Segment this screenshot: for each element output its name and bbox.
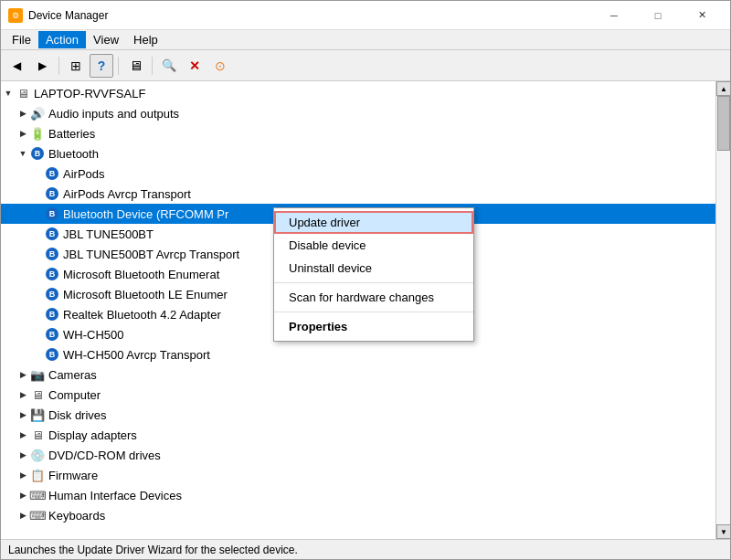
realtek-label: Realtek Bluetooth 4.2 Adapter: [63, 308, 221, 322]
scroll-up-button[interactable]: ▲: [716, 81, 730, 96]
back-button[interactable]: ◀: [5, 54, 28, 78]
toolbar-sep-3: [152, 57, 153, 75]
airpods-avrcp-icon: B: [45, 186, 59, 201]
audio-label: Audio inputs and outputs: [48, 107, 179, 121]
batteries-expand[interactable]: ▶: [16, 126, 30, 141]
tree-node-airpods-avrcp[interactable]: ▶ B AirPods Avrcp Transport: [1, 184, 715, 204]
tree-node-bluetooth[interactable]: ▼ B Bluetooth: [1, 143, 715, 164]
ctx-disable-device[interactable]: Disable device: [274, 234, 473, 257]
rfcomm-label: Bluetooth Device (RFCOMM Pr: [63, 207, 228, 221]
airpods-avrcp-label: AirPods Avrcp Transport: [63, 187, 191, 201]
bluetooth-label: Bluetooth: [48, 147, 99, 161]
tree-node-firmware[interactable]: ▶ 📋 Firmware: [1, 465, 715, 485]
close-button[interactable]: ✕: [681, 1, 723, 30]
tree-node-display[interactable]: ▶ 🖥 Display adapters: [1, 425, 715, 445]
title-bar-text: Device Manager: [28, 9, 593, 22]
dvd-label: DVD/CD-ROM drives: [48, 449, 161, 462]
batteries-label: Batteries: [48, 127, 95, 141]
forward-button[interactable]: ▶: [30, 54, 54, 78]
tree-node-airpods[interactable]: ▶ B AirPods: [1, 164, 715, 184]
context-menu: Update driver Disable device Uninstall d…: [273, 207, 474, 342]
scrollbar-thumb[interactable]: [717, 96, 730, 151]
audio-icon: 🔊: [30, 106, 45, 121]
hid-label: Human Interface Devices: [48, 489, 182, 502]
computer-label: Computer: [48, 388, 101, 402]
firmware-expand[interactable]: ▶: [16, 468, 30, 482]
help-button[interactable]: ?: [90, 54, 113, 78]
main-content: ▼ 🖥 LAPTOP-RVVFSALF ▶ 🔊 Audio inputs and…: [1, 81, 730, 539]
wh-label: WH-CH500: [63, 328, 123, 342]
firmware-label: Firmware: [48, 469, 98, 482]
tree-node-cameras[interactable]: ▶ 📷 Cameras: [1, 365, 715, 385]
menu-help[interactable]: Help: [126, 31, 165, 48]
bluetooth-expand[interactable]: ▼: [16, 146, 30, 161]
title-bar-controls: ─ □ ✕: [593, 1, 723, 30]
jbl-bt-icon: B: [45, 227, 59, 241]
maximize-button[interactable]: □: [637, 1, 679, 30]
tree-node-keyboards[interactable]: ▶ ⌨ Keyboards: [1, 505, 715, 525]
dvd-expand[interactable]: ▶: [16, 448, 30, 462]
wh-bt-icon: B: [45, 327, 59, 342]
scroll-down-button[interactable]: ▼: [716, 524, 730, 539]
app-icon: ⚙: [8, 8, 23, 23]
status-text: Launches the Update Driver Wizard for th…: [8, 544, 298, 556]
delete-button[interactable]: ✕: [183, 54, 207, 78]
menu-action[interactable]: Action: [38, 31, 86, 48]
tree-area[interactable]: ▼ 🖥 LAPTOP-RVVFSALF ▶ 🔊 Audio inputs and…: [1, 81, 715, 539]
monitor-button[interactable]: 🖥: [123, 54, 147, 78]
ms-bt-le-label: Microsoft Bluetooth LE Enumer: [63, 288, 228, 301]
tree-node-batteries[interactable]: ▶ 🔋 Batteries: [1, 123, 715, 143]
menu-file[interactable]: File: [5, 31, 38, 48]
keyboards-icon: ⌨: [30, 508, 45, 523]
ms-bt-icon: B: [45, 267, 59, 281]
tree-node-computer[interactable]: ▶ 🖥 Computer: [1, 385, 715, 405]
update-button[interactable]: ⊙: [208, 54, 232, 78]
airpods-label: AirPods: [63, 167, 105, 181]
tree-node-dvd[interactable]: ▶ 💿 DVD/CD-ROM drives: [1, 445, 715, 465]
airpods-bt-icon: B: [45, 166, 59, 181]
battery-icon: 🔋: [30, 126, 45, 141]
bluetooth-icon: B: [30, 146, 45, 161]
ctx-properties[interactable]: Properties: [274, 315, 473, 338]
hid-icon: ⌨: [30, 488, 45, 502]
audio-expand[interactable]: ▶: [16, 106, 30, 121]
toolbar-sep-2: [118, 57, 119, 75]
minimize-button[interactable]: ─: [593, 1, 635, 30]
root-expand[interactable]: ▼: [1, 86, 16, 100]
cameras-icon: 📷: [30, 367, 45, 382]
scrollbar: ▲ ▼: [715, 81, 730, 539]
disk-expand[interactable]: ▶: [16, 407, 30, 422]
view-grid-button[interactable]: ⊞: [64, 54, 88, 78]
scrollbar-track[interactable]: [716, 96, 730, 524]
cameras-label: Cameras: [48, 368, 97, 382]
jbl-avrcp-label: JBL TUNE500BT Avrcp Transport: [63, 248, 239, 261]
root-label: LAPTOP-RVVFSALF: [34, 87, 145, 100]
tree-node-disk[interactable]: ▶ 💾 Disk drives: [1, 405, 715, 425]
menu-view[interactable]: View: [86, 31, 126, 48]
device-manager-window: ⚙ Device Manager ─ □ ✕ File Action View …: [0, 0, 731, 560]
cameras-expand[interactable]: ▶: [16, 367, 30, 382]
display-expand[interactable]: ▶: [16, 428, 30, 442]
menu-bar: File Action View Help: [1, 30, 730, 50]
tree-node-wh-avrcp[interactable]: ▶ B WH-CH500 Avrcp Transport: [1, 344, 715, 365]
jbl-avrcp-bt-icon: B: [45, 247, 59, 261]
ctx-uninstall-device[interactable]: Uninstall device: [274, 257, 473, 280]
add-button[interactable]: 🔍: [157, 54, 181, 78]
computer-icon: 🖥: [16, 86, 30, 100]
firmware-icon: 📋: [30, 468, 45, 482]
disk-label: Disk drives: [48, 408, 107, 422]
tree-root[interactable]: ▼ 🖥 LAPTOP-RVVFSALF: [1, 83, 715, 103]
jbl-label: JBL TUNE500BT: [63, 227, 154, 241]
wh-avrcp-bt-icon: B: [45, 347, 59, 362]
ctx-scan-hardware[interactable]: Scan for hardware changes: [274, 286, 473, 309]
ctx-update-driver[interactable]: Update driver: [274, 211, 473, 234]
ctx-separator-1: [274, 282, 473, 283]
keyboards-label: Keyboards: [48, 509, 105, 523]
title-bar-icon: ⚙: [8, 8, 23, 23]
tree-node-audio[interactable]: ▶ 🔊 Audio inputs and outputs: [1, 103, 715, 123]
computer-node-icon: 🖥: [30, 387, 45, 402]
computer-expand[interactable]: ▶: [16, 387, 30, 402]
tree-node-hid[interactable]: ▶ ⌨ Human Interface Devices: [1, 485, 715, 505]
ctx-separator-2: [274, 312, 473, 312]
realtek-bt-icon: B: [45, 307, 59, 322]
